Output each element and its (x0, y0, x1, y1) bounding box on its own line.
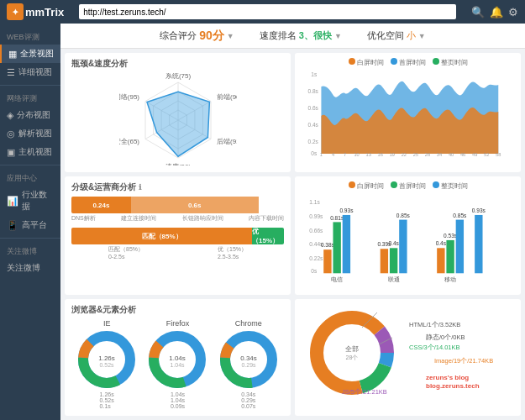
area-chart-container: 1s 0.8s 0.6s 0.4s 0.2s 0s (302, 70, 514, 162)
svg-text:28个: 28个 (346, 354, 359, 360)
stacked-row1: 0.24s 0.6s DNS解析 建立连接时间 长链路响应时间 内容下载时间 (71, 197, 284, 223)
sidebar-item-industry-label: 行业数据 (22, 189, 54, 213)
sidebar-item-fullview[interactable]: ▦ 全景视图 (0, 45, 60, 63)
svg-text:1.1s: 1.1s (309, 199, 320, 205)
svg-text:0.2s: 0.2s (307, 139, 318, 144)
browser-ie: IE 1.26s 0.52s 1.26s 0.52s 0.1s (77, 319, 136, 409)
rank-value: 3、很快 (299, 29, 332, 42)
sidebar-item-detailview[interactable]: ☰ 详细视图 (0, 63, 60, 81)
browser-title: 浏览器&元素分析 (71, 304, 284, 316)
svg-text:系统(75): 系统(75) (165, 73, 191, 80)
svg-text:19: 19 (390, 152, 395, 157)
svg-text:速度(96): 速度(96) (165, 163, 191, 165)
stacked-title: 分级&运营商分析 ℹ (71, 181, 284, 193)
legend-full-page2: 整页时间 (433, 181, 468, 191)
svg-point-80 (327, 328, 377, 378)
ie-values: 1.26s 0.52s 0.1s (100, 391, 114, 409)
bar-grade-orange: 匹配（85%） (71, 228, 252, 244)
hostview-icon: ▣ (7, 147, 15, 158)
svg-text:联通: 联通 (388, 276, 400, 283)
sidebar-item-dnsview-label: 解析视图 (18, 128, 52, 139)
bell-icon[interactable]: 🔔 (490, 6, 503, 18)
firefox-donut: 1.04s 1.04s (148, 330, 207, 389)
bar-dns-orange2: 0.6s (131, 197, 259, 213)
sidebar: WEB评测 ▦ 全景视图 ☰ 详细视图 网络评测 ◈ 分布视图 ◎ 解析视图 ▣… (0, 24, 60, 420)
rank-item: 速度排名 3、很快 ▼ (260, 29, 342, 42)
browser-section: IE 1.26s 0.52s 1.26s 0.52s 0.1s (71, 319, 284, 409)
svg-text:0.4s: 0.4s (436, 241, 447, 247)
sidebar-item-weibo[interactable]: 关注微博 (0, 259, 60, 277)
sidebar-item-hostview[interactable]: ▣ 主机视图 (0, 143, 60, 161)
svg-text:0.53s: 0.53s (444, 233, 458, 239)
rank-label: 速度排名 (260, 29, 297, 42)
bar-telecom-white (323, 250, 331, 274)
industry-icon: 📊 (7, 196, 18, 207)
svg-text:0.81s: 0.81s (330, 215, 344, 221)
sidebar-item-platform[interactable]: 📱 高平台 (0, 216, 60, 234)
sidebar-section-web: WEB评测 (0, 28, 60, 45)
svg-text:0.38s: 0.38s (321, 243, 335, 249)
sidebar-item-distview[interactable]: ◈ 分布视图 (0, 106, 60, 124)
opt-arrow[interactable]: ▼ (418, 32, 426, 40)
svg-text:1.26s: 1.26s (98, 354, 115, 362)
svg-text:网络(95): 网络(95) (119, 93, 139, 101)
radar-card: 瓶颈&速度分析 (65, 53, 291, 172)
grouped-bar-card: 白屏时间 首屏时间 整页时间 1.1s 0.99s 0.66s 0.44s 0.… (295, 176, 521, 294)
url-bar[interactable] (79, 4, 456, 19)
stacked-row2: 匹配（85%） 优（15%） 匹配（85%）0-2.5s 优（15%）2.5-3… (71, 228, 284, 260)
url-input[interactable] (79, 4, 456, 19)
resource-content: 全部 28个 HTML/1个/3.52KB 静态/0个/0KB CSS/3个/1… (302, 304, 514, 396)
sidebar-item-dnsview[interactable]: ◎ 解析视图 (0, 124, 60, 143)
svg-text:7: 7 (344, 152, 346, 157)
label-grade-excellent: 优（15%）2.5-3.5s (218, 245, 247, 260)
gear-icon[interactable]: ⚙ (508, 6, 518, 18)
svg-text:10: 10 (354, 152, 359, 157)
svg-text:0.29s: 0.29s (241, 362, 256, 368)
bar-unicom-first (390, 249, 397, 274)
stacked-bar-row2: 匹配（85%） 优（15%） (71, 228, 284, 244)
zeruns-line2: blog.zeruns.tech (426, 382, 480, 391)
score-label: 综合评分 (160, 29, 197, 42)
svg-text:13: 13 (366, 152, 371, 157)
ie-donut: 1.26s 0.52s (77, 330, 136, 389)
top-bar: 综合评分 90分 ▼ 速度排名 3、很快 ▼ 优化空间 小 ▼ (60, 24, 525, 49)
sidebar-section-app: 应用中心 (0, 169, 60, 186)
bar-telecom-full (343, 215, 350, 273)
sidebar-divider3 (0, 238, 60, 239)
svg-text:0.8s: 0.8s (307, 88, 318, 94)
bar-mobile-first (446, 240, 454, 273)
svg-text:0s: 0s (311, 150, 318, 156)
fullview-icon: ▦ (8, 49, 17, 60)
legend-white-screen: 白屏时间 (349, 58, 384, 67)
dnsview-icon: ◎ (7, 129, 15, 139)
stacked-bar-labels2: 匹配（85%）0-2.5s 优（15%）2.5-3.5s (71, 245, 284, 260)
radar-chart: 系统(75) 前端(96) 后端(91) 速度(96) 安全(65) 网络(95… (119, 73, 237, 165)
svg-text:0.4s: 0.4s (307, 122, 318, 128)
bar-unicom-full (399, 220, 407, 274)
sidebar-item-industry[interactable]: 📊 行业数据 (0, 186, 60, 216)
svg-text:0.66s: 0.66s (309, 228, 323, 234)
grouped-bar-container: 1.1s 0.99s 0.66s 0.44s 0.22s 0s 0.38s (302, 193, 514, 287)
legend-full-page: 整页时间 (433, 58, 468, 67)
svg-text:0.85s: 0.85s (396, 213, 411, 218)
rank-arrow[interactable]: ▼ (334, 32, 342, 40)
logo: ✦ mmTrix (7, 3, 64, 20)
platform-icon: 📱 (7, 220, 18, 231)
sidebar-item-distview-label: 分布视图 (17, 109, 50, 121)
chrome-values: 0.34s 0.29s 0.07s (241, 391, 255, 409)
svg-text:40: 40 (449, 152, 454, 157)
svg-text:后端(91): 后端(91) (217, 138, 237, 145)
radar-container: 系统(75) 前端(96) 后端(91) 速度(96) 安全(65) 网络(95… (71, 73, 284, 165)
svg-text:电信: 电信 (331, 276, 343, 283)
legend-white-screen2: 白屏时间 (349, 181, 384, 191)
search-icon[interactable]: 🔍 (471, 6, 485, 18)
svg-text:0.52s: 0.52s (100, 362, 115, 368)
label-grade-match: 匹配（85%）0-2.5s (108, 245, 144, 260)
score-arrow[interactable]: ▼ (227, 32, 234, 40)
grouped-legend: 白屏时间 首屏时间 整页时间 (302, 181, 514, 191)
sidebar-divider2 (0, 165, 60, 165)
svg-marker-10 (147, 92, 209, 156)
bar-mobile-full (456, 220, 464, 274)
label-dns: DNS解析 (71, 214, 96, 223)
area-chart-card: 白屏时间 首屏时间 整页时间 1s 0.8s 0.6s 0.4s 0.2s 0s (295, 53, 521, 172)
